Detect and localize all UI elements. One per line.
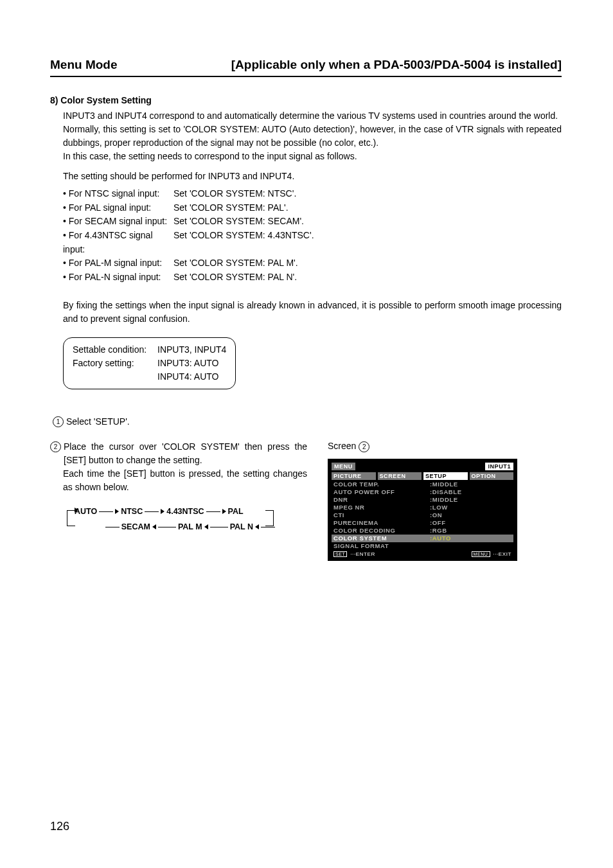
paragraph-3: In this case, the setting needs to corre… xyxy=(63,150,562,163)
cycle-connector-right xyxy=(273,510,274,526)
bullet-value: Set 'COLOR SYSTEM: PAL N'. xyxy=(173,270,297,285)
osd-tabs: PICTURE SCREEN SETUP OPTION xyxy=(332,472,513,480)
bullet-label: • For SECAM signal input: xyxy=(63,215,173,229)
osd-item[interactable]: SIGNAL FORMAT xyxy=(332,542,513,550)
section-title: 8) Color System Setting xyxy=(50,95,562,105)
paragraph-5: By fixing the settings when the input si… xyxy=(63,299,562,326)
osd-item[interactable]: AUTO POWER OFF :DISABLE xyxy=(332,488,513,496)
cycle-443ntsc: 4.43NTSC xyxy=(166,506,204,518)
header-left: Menu Mode xyxy=(50,58,118,72)
osd-tab-picture[interactable]: PICTURE xyxy=(332,472,376,480)
paragraph-4: The setting should be performed for INPU… xyxy=(63,170,562,183)
osd-item[interactable]: DNR :MIDDLE xyxy=(332,496,513,504)
arrow-line xyxy=(105,527,120,527)
paragraph-1: INPUT3 and INPUT4 correspond to and auto… xyxy=(63,109,562,123)
cycle-paln: PAL N xyxy=(230,521,253,533)
osd-item-label: CTI xyxy=(333,511,430,518)
bullet-row: • For 4.43NTSC signal input: Set 'COLOR … xyxy=(63,229,562,256)
settings-row: Settable condition: INPUT3, INPUT4 xyxy=(73,343,226,357)
osd-item-label: DNR xyxy=(333,496,430,503)
cycle-secam: SECAM xyxy=(121,521,150,533)
settings-box: Settable condition: INPUT3, INPUT4 Facto… xyxy=(63,337,236,389)
osd-title: MENU xyxy=(332,463,355,470)
osd-item[interactable]: COLOR DECODING :RGB xyxy=(332,527,513,535)
bullet-list: • For NTSC signal input: Set 'COLOR SYST… xyxy=(63,187,562,285)
bullet-row: • For PAL-N signal input: Set 'COLOR SYS… xyxy=(63,270,562,285)
screen-label-text: Screen xyxy=(328,441,356,451)
arrow-line xyxy=(261,527,275,527)
step-2a-text: Place the cursor over 'COLOR SYSTEM' the… xyxy=(64,440,307,467)
step-number-icon: 2 xyxy=(50,441,61,452)
settings-value: INPUT3: AUTO xyxy=(157,357,218,370)
cycle-auto: AUTO xyxy=(75,506,97,518)
page-number: 126 xyxy=(50,820,69,833)
osd-tab-screen[interactable]: SCREEN xyxy=(378,472,422,480)
osd-set-button[interactable]: SET xyxy=(333,551,347,557)
header-right: [Applicable only when a PDA-5003/PDA-500… xyxy=(231,58,562,72)
osd-item-highlighted[interactable]: COLOR SYSTEM :AUTO xyxy=(332,535,513,542)
step-1: 1 Select 'SETUP'. xyxy=(53,415,562,429)
settings-row: INPUT4: AUTO xyxy=(73,370,226,384)
osd-item-value: :OFF xyxy=(430,519,446,526)
step-2b-text: Each time the [SET] button is pressed, t… xyxy=(63,467,307,494)
arrow-line xyxy=(145,511,159,512)
bullet-value: Set 'COLOR SYSTEM: 4.43NTSC'. xyxy=(173,229,314,256)
arrow-right-icon xyxy=(161,509,164,514)
osd-input-badge: INPUT1 xyxy=(485,463,513,470)
osd-item[interactable]: COLOR TEMP. :MIDDLE xyxy=(332,481,513,488)
osd-menu-button[interactable]: MENU xyxy=(472,551,490,557)
arrow-left-icon xyxy=(204,524,208,529)
arrow-line xyxy=(210,527,228,527)
osd-item[interactable]: CTI :ON xyxy=(332,511,513,519)
bullet-row: • For PAL-M signal input: Set 'COLOR SYS… xyxy=(63,256,562,270)
paragraph-2: Normally, this setting is set to 'COLOR … xyxy=(63,123,562,150)
settings-value: INPUT3, INPUT4 xyxy=(157,343,226,357)
bullet-value: Set 'COLOR SYSTEM: PAL M'. xyxy=(173,256,298,270)
arrow-right-icon xyxy=(115,509,119,514)
osd-item-value: :MIDDLE xyxy=(430,496,458,503)
osd-item-value: :RGB xyxy=(430,527,447,534)
arrow-line xyxy=(99,511,113,512)
bullet-value: Set 'COLOR SYSTEM: PAL'. xyxy=(173,201,289,215)
settings-row: Factory setting: INPUT3: AUTO xyxy=(73,357,226,370)
osd-foot-right-text: ···EXIT xyxy=(493,551,511,557)
osd-item-value: :ON xyxy=(430,511,442,518)
osd-item-value: :MIDDLE xyxy=(430,481,458,488)
osd-item-value: :DISABLE xyxy=(430,488,462,495)
cycle-ntsc: NTSC xyxy=(121,506,143,518)
bullet-label: • For NTSC signal input: xyxy=(63,187,173,201)
screen-label: Screen 2 xyxy=(328,440,562,452)
osd-item[interactable]: MPEG NR :LOW xyxy=(332,504,513,511)
osd-item-value: :AUTO xyxy=(430,535,451,542)
osd-item-label: COLOR SYSTEM xyxy=(333,535,430,542)
osd-item-label: AUTO POWER OFF xyxy=(333,488,430,495)
cycle-diagram: AUTO NTSC 4.43NTSC PAL SECAM PAL M PAL N xyxy=(63,506,275,540)
arrow-line xyxy=(158,527,176,527)
osd-item-label: COLOR DECODING xyxy=(333,527,430,534)
bullet-label: • For PAL signal input: xyxy=(63,201,173,215)
osd-item[interactable]: PURECINEMA :OFF xyxy=(332,519,513,527)
arrow-line xyxy=(206,511,220,512)
bullet-label: • For PAL-M signal input: xyxy=(63,256,173,270)
bullet-value: Set 'COLOR SYSTEM: NTSC'. xyxy=(173,187,296,201)
bullet-label: • For PAL-N signal input: xyxy=(63,270,173,285)
settings-label: Factory setting: xyxy=(73,357,157,370)
cycle-pal: PAL xyxy=(228,506,244,518)
osd-tab-setup[interactable]: SETUP xyxy=(423,472,468,480)
arrow-left-icon xyxy=(152,524,156,529)
settings-value: INPUT4: AUTO xyxy=(157,370,218,384)
osd-menu: MENU INPUT1 PICTURE SCREEN SETUP OPTION … xyxy=(328,459,517,561)
osd-item-value: :LOW xyxy=(430,504,448,511)
settings-label: Settable condition: xyxy=(73,343,157,357)
bullet-value: Set 'COLOR SYSTEM: SECAM'. xyxy=(173,215,304,229)
cycle-palm: PAL M xyxy=(178,521,202,533)
step-number-icon: 2 xyxy=(359,441,369,452)
osd-item-label: SIGNAL FORMAT xyxy=(333,542,430,549)
bullet-row: • For SECAM signal input: Set 'COLOR SYS… xyxy=(63,215,562,229)
osd-item-label: MPEG NR xyxy=(333,504,430,511)
osd-foot-left-text: ···ENTER xyxy=(350,551,375,557)
settings-label xyxy=(73,370,157,384)
osd-tab-option[interactable]: OPTION xyxy=(470,472,514,480)
bullet-label: • For 4.43NTSC signal input: xyxy=(63,229,173,256)
osd-item-label: PURECINEMA xyxy=(333,519,430,526)
